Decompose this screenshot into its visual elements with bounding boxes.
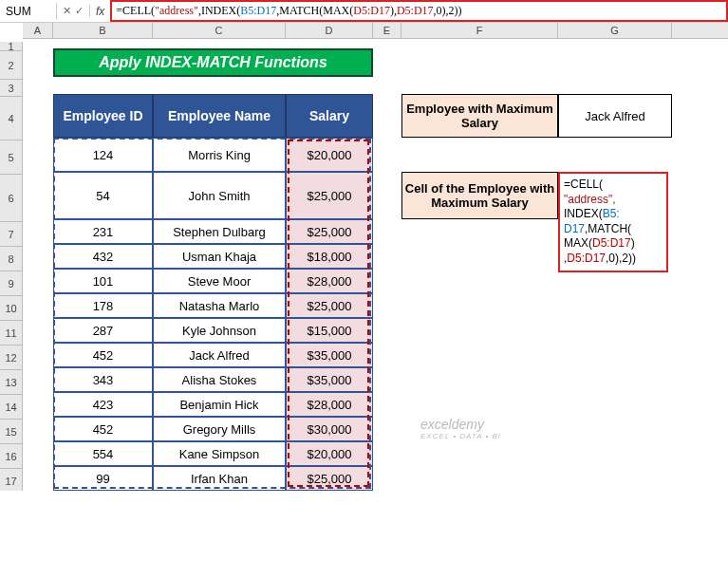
row-header-13[interactable]: 13 (0, 370, 23, 395)
row-header-12[interactable]: 12 (0, 346, 23, 370)
table-cell[interactable]: $35,000 (286, 343, 373, 367)
table-cell[interactable]: 343 (53, 367, 153, 392)
row-header-4[interactable]: 4 (0, 97, 23, 140)
row-header-3[interactable]: 3 (0, 80, 23, 97)
table-cell[interactable]: $18,000 (286, 244, 373, 269)
table-cell[interactable]: 124 (53, 138, 153, 172)
table-cell[interactable]: Steve Moor (153, 269, 286, 293)
table-cell[interactable]: 178 (53, 293, 153, 318)
sheet-area[interactable]: Apply INDEX-MATCH FunctionsEmployee IDEm… (23, 39, 672, 491)
table-cell[interactable]: 99 (53, 466, 153, 491)
table-cell[interactable]: 452 (53, 343, 153, 367)
table-cell[interactable]: Jack Alfred (153, 343, 286, 367)
row-header-16[interactable]: 16 (0, 444, 23, 469)
row-header-14[interactable]: 14 (0, 395, 23, 420)
row-header-7[interactable]: 7 (0, 222, 23, 247)
table-cell[interactable]: 432 (53, 244, 153, 269)
row-header-15[interactable]: 15 (0, 420, 23, 444)
row-header-10[interactable]: 10 (0, 296, 23, 321)
table-cell[interactable]: 554 (53, 441, 153, 466)
header-salary: Salary (286, 94, 373, 138)
col-header-B[interactable]: B (53, 23, 153, 38)
header-name: Employee Name (153, 94, 286, 138)
table-cell[interactable]: Morris King (153, 138, 286, 172)
table-cell[interactable]: 423 (53, 392, 153, 417)
table-cell[interactable]: $25,000 (286, 172, 373, 219)
table-cell[interactable]: Natasha Marlo (153, 293, 286, 318)
table-cell[interactable]: $28,000 (286, 269, 373, 293)
col-header-A[interactable]: A (23, 23, 53, 38)
table-cell[interactable]: Stephen Dulbarg (153, 219, 286, 244)
row-header-1[interactable]: 1 (0, 42, 23, 51)
row-header-5[interactable]: 5 (0, 140, 23, 175)
table-cell[interactable]: $25,000 (286, 293, 373, 318)
title-banner: Apply INDEX-MATCH Functions (53, 48, 373, 77)
row-header-17[interactable]: 17 (0, 469, 23, 491)
cancel-icon[interactable]: ✕ (63, 5, 71, 17)
active-formula-cell[interactable]: =CELL("address",INDEX(B5:D17,MATCH(MAX(D… (558, 172, 668, 272)
table-cell[interactable]: Benjamin Hick (153, 392, 286, 417)
row-header-6[interactable]: 6 (0, 175, 23, 222)
info-cell-label: Cell of the Employee with Maximum Salary (401, 172, 558, 219)
table-cell[interactable]: Alisha Stokes (153, 367, 286, 392)
table-cell[interactable]: $25,000 (286, 466, 373, 491)
formula-bar-icons: ✕ ✓ (57, 5, 90, 17)
table-cell[interactable]: Kyle Johnson (153, 318, 286, 343)
table-cell[interactable]: 231 (53, 219, 153, 244)
col-header-E[interactable]: E (373, 23, 401, 38)
spreadsheet-grid: ABCDEFG 1234567891011121314151617 Apply … (0, 23, 728, 491)
table-cell[interactable]: $20,000 (286, 441, 373, 466)
table-cell[interactable]: $30,000 (286, 417, 373, 441)
formula-input[interactable]: =CELL("address",INDEX(B5:D17,MATCH(MAX(D… (110, 0, 728, 22)
table-cell[interactable]: $15,000 (286, 318, 373, 343)
table-cell[interactable]: 452 (53, 417, 153, 441)
table-cell[interactable]: Usman Khaja (153, 244, 286, 269)
table-cell[interactable]: 101 (53, 269, 153, 293)
table-cell[interactable]: $25,000 (286, 219, 373, 244)
watermark: exceldemyEXCEL • DATA • BI (420, 417, 501, 440)
fx-icon[interactable]: fx (90, 5, 110, 18)
row-header-9[interactable]: 9 (0, 271, 23, 296)
table-cell[interactable]: 287 (53, 318, 153, 343)
info-max-label: Employee with Maximum Salary (401, 94, 558, 138)
row-header-8[interactable]: 8 (0, 247, 23, 271)
table-cell[interactable]: 54 (53, 172, 153, 219)
header-id: Employee ID (53, 94, 153, 138)
row-headers: 1234567891011121314151617 (0, 42, 23, 491)
col-header-D[interactable]: D (286, 23, 373, 38)
table-cell[interactable]: $20,000 (286, 138, 373, 172)
name-box[interactable]: SUM (0, 3, 57, 20)
table-cell[interactable]: $35,000 (286, 367, 373, 392)
formula-bar: SUM ✕ ✓ fx =CELL("address",INDEX(B5:D17,… (0, 0, 728, 23)
table-cell[interactable]: Gregory Mills (153, 417, 286, 441)
table-cell[interactable]: Irfan Khan (153, 466, 286, 491)
col-header-G[interactable]: G (558, 23, 672, 38)
row-header-11[interactable]: 11 (0, 321, 23, 346)
info-max-value: Jack Alfred (558, 94, 672, 138)
column-headers: ABCDEFG (23, 23, 728, 39)
confirm-icon[interactable]: ✓ (75, 5, 84, 17)
col-header-F[interactable]: F (401, 23, 558, 38)
col-header-C[interactable]: C (153, 23, 286, 38)
table-cell[interactable]: Kane Simpson (153, 441, 286, 466)
row-header-2[interactable]: 2 (0, 51, 23, 80)
table-cell[interactable]: $28,000 (286, 392, 373, 417)
table-cell[interactable]: John Smith (153, 172, 286, 219)
